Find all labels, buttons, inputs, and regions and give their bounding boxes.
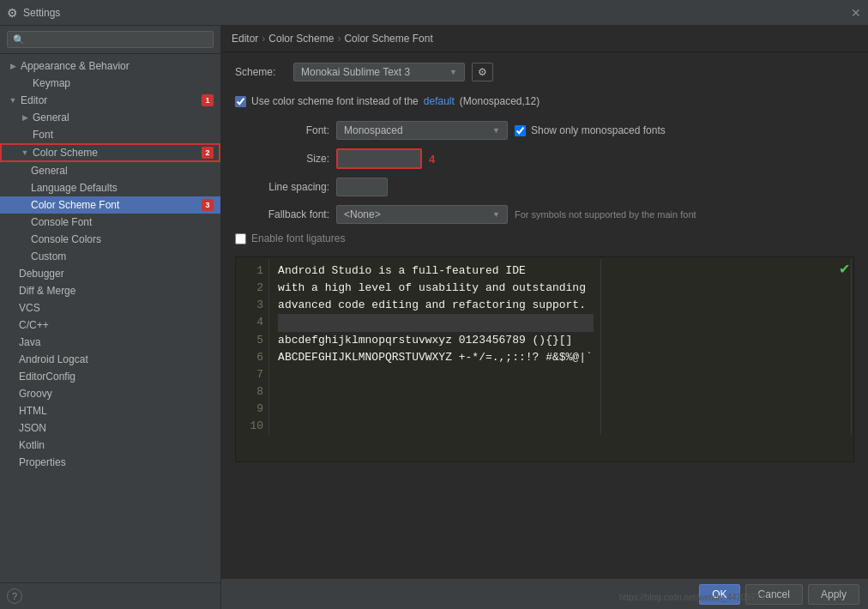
scheme-label: Scheme: [235, 66, 286, 78]
fallback-dropdown[interactable]: <None> ▼ [336, 205, 508, 224]
breadcrumb: Editor › Color Scheme › Color Scheme Fon… [221, 26, 868, 52]
settings-content: Scheme: Monokai Sublime Text 3 ▼ ⚙ Use c… [221, 52, 868, 578]
sidebar-item-editor[interactable]: ▼ Editor 1 [0, 92, 220, 109]
font-dropdown[interactable]: Monospaced ▼ [336, 121, 508, 140]
sidebar-item-label: EditorConfig [19, 371, 214, 383]
sidebar-item-appearance[interactable]: ▶ Appearance & Behavior [0, 57, 220, 75]
scheme-dropdown[interactable]: Monokai Sublime Text 3 ▼ [293, 63, 465, 81]
font-value: Monospaced [344, 124, 403, 136]
scheme-value: Monokai Sublime Text 3 [301, 66, 410, 78]
toggle-icon [19, 129, 31, 141]
sidebar-item-cpp[interactable]: C/C++ [0, 317, 220, 334]
sidebar-item-kotlin[interactable]: Kotlin [0, 437, 220, 454]
bottom-bar: OK Cancel Apply https://blog.csdn.net/we… [221, 578, 868, 609]
sidebar-item-cs-font[interactable]: Color Scheme Font 3 [0, 196, 220, 214]
sidebar-item-vcs[interactable]: VCS [0, 299, 220, 317]
preview-area: ✔ 1234 5678 910 Android Studio is a full… [235, 256, 854, 462]
toggle-icon [19, 77, 31, 89]
sidebar-item-android-logcat[interactable]: Android Logcat [0, 351, 220, 368]
default-hint: (Monospaced,12) [460, 95, 539, 107]
sidebar-tree: ▶ Appearance & Behavior Keymap ▼ Editor … [0, 54, 220, 582]
search-box [0, 26, 220, 54]
sidebar-item-debugger[interactable]: Debugger [0, 265, 220, 282]
fallback-font-label: Fallback font: [235, 208, 329, 220]
title-bar: ⚙ Settings ✕ [0, 0, 868, 26]
font-chevron-icon: ▼ [492, 126, 500, 135]
show-monospaced-checkbox[interactable] [515, 125, 526, 136]
sidebar-item-label: Kotlin [19, 439, 214, 451]
size-badge: 4 [429, 153, 435, 166]
apply-button[interactable]: Apply [808, 584, 859, 605]
sidebar-item-custom[interactable]: Custom [0, 248, 220, 265]
sidebar-item-diff-merge[interactable]: Diff & Merge [0, 282, 220, 299]
fallback-chevron-icon: ▼ [492, 210, 500, 219]
breadcrumb-part-1: Editor [232, 33, 258, 45]
use-font-checkbox-row: Use color scheme font instead of the def… [235, 95, 854, 107]
sidebar-item-groovy[interactable]: Groovy [0, 385, 220, 402]
sidebar-item-console-colors[interactable]: Console Colors [0, 231, 220, 248]
sidebar-item-label: Keymap [33, 77, 214, 89]
preview-table: 1234 5678 910 Android Studio is a full-f… [236, 257, 853, 437]
badge-2: 2 [202, 147, 214, 159]
sidebar-item-label: Editor [21, 94, 198, 106]
sidebar-item-label: Diff & Merge [19, 285, 214, 297]
breadcrumb-sep-2: › [337, 33, 341, 45]
toggle-icon: ▼ [7, 94, 19, 106]
sidebar-item-label: Language Defaults [31, 182, 214, 194]
sidebar-item-font[interactable]: Font [0, 126, 220, 143]
line-numbers: 1234 5678 910 [238, 259, 268, 435]
use-font-label: Use color scheme font instead of the [251, 95, 419, 107]
sidebar-item-label: Color Scheme Font [31, 199, 198, 211]
close-button[interactable]: ✕ [851, 6, 861, 20]
mono-checkbox-row: Show only monospaced fonts [515, 124, 666, 136]
toggle-icon: ▶ [7, 60, 19, 72]
sidebar-item-json[interactable]: JSON [0, 419, 220, 437]
sidebar: ▶ Appearance & Behavior Keymap ▼ Editor … [0, 26, 221, 609]
code-preview: Android Studio is a full-featured IDEwit… [271, 259, 600, 435]
sidebar-item-java[interactable]: Java [0, 334, 220, 351]
badge-1: 1 [202, 94, 214, 106]
fallback-hint: For symbols not supported by the main fo… [515, 209, 696, 220]
gear-button[interactable]: ⚙ [472, 63, 493, 81]
toggle-icon: ▶ [19, 112, 31, 124]
breadcrumb-part-3: Color Scheme Font [344, 33, 432, 45]
sidebar-item-label: Console Font [31, 216, 214, 228]
scheme-row: Scheme: Monokai Sublime Text 3 ▼ ⚙ [235, 63, 854, 81]
line-spacing-label: Line spacing: [235, 181, 329, 193]
sidebar-item-console-font[interactable]: Console Font [0, 214, 220, 231]
main-layout: ▶ Appearance & Behavior Keymap ▼ Editor … [0, 26, 868, 609]
chevron-down-icon: ▼ [449, 68, 457, 76]
show-monospaced-label: Show only monospaced fonts [531, 124, 666, 136]
sidebar-item-keymap[interactable]: Keymap [0, 75, 220, 92]
use-font-checkbox[interactable] [235, 96, 246, 107]
ligatures-checkbox[interactable] [235, 233, 246, 244]
font-label: Font: [235, 124, 329, 136]
sidebar-item-properties[interactable]: Properties [0, 454, 220, 471]
sidebar-item-label: C/C++ [19, 319, 214, 331]
app-icon: ⚙ [7, 6, 18, 20]
sidebar-item-lang-defaults[interactable]: Language Defaults [0, 179, 220, 196]
help-button[interactable]: ? [7, 588, 22, 604]
ligatures-row: Enable font ligatures [235, 232, 854, 244]
sidebar-item-label: Groovy [19, 388, 214, 400]
sidebar-item-label: Console Colors [31, 233, 214, 245]
ligatures-label: Enable font ligatures [251, 232, 345, 244]
size-input[interactable]: 14 [336, 148, 422, 169]
line-spacing-input[interactable]: 1.0 [336, 178, 388, 196]
default-link[interactable]: default [424, 95, 455, 107]
sidebar-item-general[interactable]: ▶ General [0, 109, 220, 126]
sidebar-item-label: VCS [19, 302, 214, 314]
size-label: Size: [235, 153, 329, 165]
sidebar-item-editorconfig[interactable]: EditorConfig [0, 368, 220, 385]
sidebar-item-color-scheme[interactable]: ▼ Color Scheme 2 [0, 143, 220, 162]
window-title: ⚙ Settings [7, 6, 851, 20]
sidebar-item-label: JSON [19, 422, 214, 434]
search-input[interactable] [7, 31, 214, 48]
sidebar-item-label: HTML [19, 405, 214, 417]
sidebar-item-label: General [31, 165, 214, 177]
sidebar-item-label: Android Logcat [19, 353, 214, 365]
badge-3: 3 [202, 199, 214, 211]
content-area: Editor › Color Scheme › Color Scheme Fon… [221, 26, 868, 609]
sidebar-item-cs-general[interactable]: General [0, 162, 220, 179]
sidebar-item-html[interactable]: HTML [0, 402, 220, 419]
